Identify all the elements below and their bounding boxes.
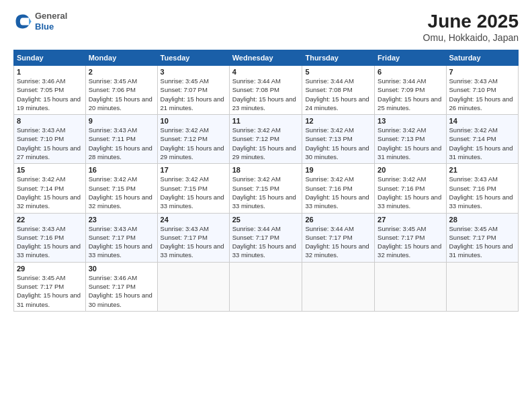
day-info: Sunrise: 3:42 AMSunset: 7:13 PMDaylight:… [305,126,371,161]
day-number: 16 [89,166,154,174]
day-number: 29 [17,265,83,273]
table-row: 25 Sunrise: 3:44 AMSunset: 7:17 PMDaylig… [229,213,302,262]
day-info: Sunrise: 3:42 AMSunset: 7:15 PMDaylight:… [161,175,226,210]
day-number: 10 [161,117,226,125]
day-number: 4 [232,68,300,76]
table-row: 27 Sunrise: 3:45 AMSunset: 7:17 PMDaylig… [375,213,446,262]
day-number: 20 [378,166,443,174]
day-number: 28 [449,216,515,224]
col-monday: Monday [85,50,157,66]
col-thursday: Thursday [302,50,375,66]
calendar-subtitle: Omu, Hokkaido, Japan [423,32,519,43]
day-number: 8 [17,117,83,125]
day-info: Sunrise: 3:42 AMSunset: 7:16 PMDaylight:… [378,175,443,210]
logo-icon [13,12,32,31]
day-number: 21 [449,166,515,174]
day-info: Sunrise: 3:44 AMSunset: 7:08 PMDaylight:… [232,77,300,112]
day-info: Sunrise: 3:42 AMSunset: 7:12 PMDaylight:… [161,126,226,161]
logo-general: General [35,11,67,21]
day-number: 23 [89,216,154,224]
table-row: 28 Sunrise: 3:45 AMSunset: 7:17 PMDaylig… [446,213,518,262]
calendar-row: 1 Sunrise: 3:46 AMSunset: 7:05 PMDayligh… [14,66,519,115]
day-info: Sunrise: 3:42 AMSunset: 7:15 PMDaylight:… [89,175,154,210]
table-row: 29 Sunrise: 3:45 AMSunset: 7:17 PMDaylig… [14,262,86,311]
table-row: 9 Sunrise: 3:43 AMSunset: 7:11 PMDayligh… [85,115,157,164]
table-row: 20 Sunrise: 3:42 AMSunset: 7:16 PMDaylig… [375,164,446,213]
col-tuesday: Tuesday [157,50,229,66]
day-info: Sunrise: 3:45 AMSunset: 7:17 PMDaylight:… [17,273,83,309]
day-number: 15 [17,166,83,174]
day-number: 7 [449,68,515,76]
day-info: Sunrise: 3:42 AMSunset: 7:15 PMDaylight:… [232,175,300,210]
table-row [229,262,302,311]
calendar-row: 8 Sunrise: 3:43 AMSunset: 7:10 PMDayligh… [14,115,519,164]
day-info: Sunrise: 3:43 AMSunset: 7:16 PMDaylight:… [17,224,83,260]
table-row: 4 Sunrise: 3:44 AMSunset: 7:08 PMDayligh… [229,66,302,115]
day-info: Sunrise: 3:42 AMSunset: 7:14 PMDaylight:… [17,175,83,210]
day-info: Sunrise: 3:44 AMSunset: 7:17 PMDaylight:… [232,224,300,260]
day-info: Sunrise: 3:43 AMSunset: 7:16 PMDaylight:… [449,175,515,210]
col-saturday: Saturday [446,50,518,66]
col-friday: Friday [375,50,446,66]
table-row: 17 Sunrise: 3:42 AMSunset: 7:15 PMDaylig… [157,164,229,213]
day-number: 2 [89,68,154,76]
table-row: 8 Sunrise: 3:43 AMSunset: 7:10 PMDayligh… [14,115,86,164]
calendar-row: 15 Sunrise: 3:42 AMSunset: 7:14 PMDaylig… [14,164,519,213]
day-number: 6 [378,68,443,76]
day-info: Sunrise: 3:46 AMSunset: 7:17 PMDaylight:… [89,273,154,309]
header-row: Sunday Monday Tuesday Wednesday Thursday… [14,50,519,66]
table-row: 7 Sunrise: 3:43 AMSunset: 7:10 PMDayligh… [446,66,518,115]
table-row: 18 Sunrise: 3:42 AMSunset: 7:15 PMDaylig… [229,164,302,213]
table-row [375,262,446,311]
day-number: 26 [305,216,371,224]
day-number: 9 [89,117,154,125]
table-row: 26 Sunrise: 3:44 AMSunset: 7:17 PMDaylig… [302,213,375,262]
table-row: 2 Sunrise: 3:45 AMSunset: 7:06 PMDayligh… [85,66,157,115]
table-row: 13 Sunrise: 3:42 AMSunset: 7:13 PMDaylig… [375,115,446,164]
day-info: Sunrise: 3:42 AMSunset: 7:13 PMDaylight:… [378,126,443,161]
day-number: 12 [305,117,371,125]
logo-text: General Blue [35,11,67,32]
day-info: Sunrise: 3:43 AMSunset: 7:10 PMDaylight:… [449,77,515,112]
table-row: 11 Sunrise: 3:42 AMSunset: 7:12 PMDaylig… [229,115,302,164]
day-info: Sunrise: 3:42 AMSunset: 7:14 PMDaylight:… [449,126,515,161]
table-row [446,262,518,311]
logo-blue: Blue [35,21,67,32]
table-row: 21 Sunrise: 3:43 AMSunset: 7:16 PMDaylig… [446,164,518,213]
day-info: Sunrise: 3:45 AMSunset: 7:17 PMDaylight:… [378,224,443,260]
table-row [302,262,375,311]
table-row: 30 Sunrise: 3:46 AMSunset: 7:17 PMDaylig… [85,262,157,311]
col-wednesday: Wednesday [229,50,302,66]
table-row: 23 Sunrise: 3:43 AMSunset: 7:17 PMDaylig… [85,213,157,262]
header: General Blue June 2025 Omu, Hokkaido, Ja… [13,11,519,43]
col-sunday: Sunday [14,50,86,66]
day-info: Sunrise: 3:44 AMSunset: 7:08 PMDaylight:… [305,77,371,112]
day-number: 22 [17,216,83,224]
page: General Blue June 2025 Omu, Hokkaido, Ja… [0,0,532,411]
day-number: 1 [17,68,83,76]
table-row: 15 Sunrise: 3:42 AMSunset: 7:14 PMDaylig… [14,164,86,213]
table-row: 3 Sunrise: 3:45 AMSunset: 7:07 PMDayligh… [157,66,229,115]
logo: General Blue [13,11,67,32]
day-number: 18 [232,166,300,174]
day-number: 14 [449,117,515,125]
day-number: 3 [161,68,226,76]
day-number: 5 [305,68,371,76]
day-info: Sunrise: 3:45 AMSunset: 7:06 PMDaylight:… [89,77,154,112]
day-number: 11 [232,117,300,125]
day-info: Sunrise: 3:45 AMSunset: 7:07 PMDaylight:… [161,77,226,112]
day-number: 30 [89,265,154,273]
calendar-table: Sunday Monday Tuesday Wednesday Thursday… [13,50,519,312]
day-info: Sunrise: 3:43 AMSunset: 7:17 PMDaylight:… [89,224,154,260]
day-info: Sunrise: 3:46 AMSunset: 7:05 PMDaylight:… [17,77,83,112]
table-row: 24 Sunrise: 3:43 AMSunset: 7:17 PMDaylig… [157,213,229,262]
day-info: Sunrise: 3:45 AMSunset: 7:17 PMDaylight:… [449,224,515,260]
day-number: 19 [305,166,371,174]
day-info: Sunrise: 3:43 AMSunset: 7:10 PMDaylight:… [17,126,83,161]
calendar-row: 22 Sunrise: 3:43 AMSunset: 7:16 PMDaylig… [14,213,519,262]
table-row: 19 Sunrise: 3:42 AMSunset: 7:16 PMDaylig… [302,164,375,213]
calendar-row: 29 Sunrise: 3:45 AMSunset: 7:17 PMDaylig… [14,262,519,311]
table-row [157,262,229,311]
table-row: 14 Sunrise: 3:42 AMSunset: 7:14 PMDaylig… [446,115,518,164]
table-row: 6 Sunrise: 3:44 AMSunset: 7:09 PMDayligh… [375,66,446,115]
